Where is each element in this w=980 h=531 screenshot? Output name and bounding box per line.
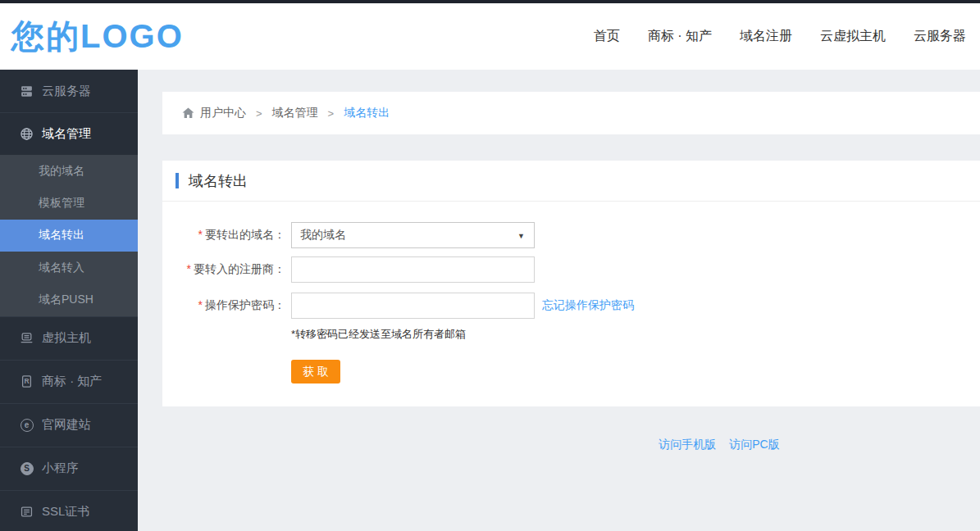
sidebar-subitem-domain-transfer-in[interactable]: 域名转入	[0, 252, 138, 284]
sidebar-item-label: 小程序	[42, 461, 79, 476]
sidebar-item-mini-program[interactable]: S 小程序	[0, 447, 138, 490]
form-row-domain: *要转出的域名： 我的域名 ▼	[162, 222, 980, 248]
nav-item-cloud-vhost[interactable]: 云虚拟主机	[820, 28, 886, 45]
breadcrumb: 用户中心 > 域名管理 > 域名转出	[162, 92, 980, 134]
domain-management-submenu: 我的域名 模板管理 域名转出 域名转入 域名PUSH	[0, 155, 138, 316]
sidebar-item-label: 虚拟主机	[42, 330, 91, 346]
sidebar-item-ssl-certificate[interactable]: SSL证书	[0, 490, 138, 531]
nav-item-domain-register[interactable]: 域名注册	[740, 28, 792, 45]
mobile-version-link[interactable]: 访问手机版	[659, 438, 716, 451]
form-row-registrar: *要转入的注册商：	[162, 256, 980, 283]
card-header: 域名转出	[162, 161, 980, 202]
globe-icon	[20, 127, 34, 141]
nav-item-trademark[interactable]: 商标 · 知产	[648, 28, 712, 45]
transfer-password-note: *转移密码已经发送至域名所有者邮箱	[291, 327, 980, 342]
page-title: 域名转出	[189, 171, 248, 191]
domain-select-value: 我的域名	[300, 228, 346, 243]
get-password-button[interactable]: 获 取	[291, 360, 340, 384]
sidebar-item-cloud-server[interactable]: 云服务器	[0, 70, 138, 112]
breadcrumb-user-center[interactable]: 用户中心	[200, 106, 246, 120]
sidebar: 云服务器 域名管理 我的域名 模板管理 域名转出 域名转入 域名PUSH	[0, 70, 138, 531]
nav-item-home[interactable]: 首页	[594, 28, 620, 45]
trademark-doc-icon: R	[20, 374, 34, 388]
pc-version-link[interactable]: 访问PC版	[729, 438, 779, 451]
certificate-icon	[20, 505, 34, 519]
sidebar-item-label: SSL证书	[42, 504, 89, 520]
protection-password-label: *操作保护密码：	[162, 298, 285, 313]
home-icon	[182, 107, 194, 119]
required-mark: *	[187, 262, 191, 275]
sidebar-subitem-domain-push[interactable]: 域名PUSH	[0, 284, 138, 316]
registrar-input-label: *要转入的注册商：	[162, 262, 285, 277]
chevron-down-icon: ▼	[517, 232, 525, 240]
website-globe-icon: e	[20, 418, 34, 432]
forgot-protection-password-link[interactable]: 忘记操作保护密码	[542, 298, 634, 313]
sidebar-item-label: 云服务器	[42, 84, 91, 99]
top-navigation: 首页 商标 · 知产 域名注册 云虚拟主机 云服务器	[566, 28, 966, 45]
protection-password-input[interactable]	[291, 293, 535, 319]
breadcrumb-separator: >	[328, 107, 335, 120]
sidebar-item-label: 官网建站	[42, 417, 91, 433]
sidebar-item-virtual-host[interactable]: 虚拟主机	[0, 316, 138, 360]
title-accent-bar	[175, 173, 179, 188]
main-content: 用户中心 > 域名管理 > 域名转出 域名转出 *要转出的域名： 我的域名	[138, 70, 980, 531]
sidebar-item-label: 域名管理	[42, 126, 91, 142]
sidebar-item-trademark[interactable]: R 商标 · 知产	[0, 360, 138, 403]
transfer-out-form: *要转出的域名： 我的域名 ▼ *要转入的注册商：	[162, 202, 980, 384]
sidebar-subitem-template-management[interactable]: 模板管理	[0, 187, 138, 219]
form-row-protection-password: *操作保护密码： 忘记操作保护密码	[162, 293, 980, 319]
svg-text:R: R	[24, 378, 29, 386]
registrar-input[interactable]	[291, 256, 535, 283]
footer-links: 访问手机版 访问PC版	[138, 438, 980, 452]
sidebar-item-domain-management[interactable]: 域名管理	[0, 112, 138, 155]
mini-program-icon: S	[20, 461, 34, 475]
sidebar-item-label: 商标 · 知产	[42, 374, 102, 389]
domain-select-label: *要转出的域名：	[162, 228, 285, 243]
breadcrumb-domain-management[interactable]: 域名管理	[272, 106, 318, 120]
domain-transfer-out-card: 域名转出 *要转出的域名： 我的域名 ▼ *要	[162, 161, 980, 406]
required-mark: *	[198, 228, 203, 241]
nav-item-cloud-server[interactable]: 云服务器	[914, 28, 966, 45]
servers-icon	[20, 84, 34, 98]
domain-select[interactable]: 我的域名 ▼	[291, 222, 535, 248]
required-mark: *	[198, 298, 203, 311]
sidebar-subitem-domain-transfer-out[interactable]: 域名转出	[0, 220, 138, 252]
sidebar-item-website-builder[interactable]: e 官网建站	[0, 403, 138, 447]
site-logo[interactable]: 您的LOGO	[11, 14, 184, 59]
breadcrumb-current-page: 域名转出	[344, 106, 390, 120]
host-icon	[20, 331, 34, 345]
header: 您的LOGO 首页 商标 · 知产 域名注册 云虚拟主机 云服务器	[0, 3, 980, 70]
sidebar-subitem-my-domains[interactable]: 我的域名	[0, 155, 138, 187]
breadcrumb-separator: >	[256, 107, 262, 120]
